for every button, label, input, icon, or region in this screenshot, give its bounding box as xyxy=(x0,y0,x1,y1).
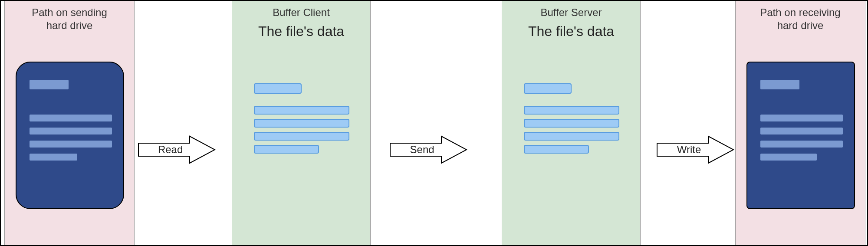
file-icon xyxy=(746,62,855,209)
column-buffer-server: Buffer Server The file's data xyxy=(502,1,641,245)
column-buffer-client: Buffer Client The file's data xyxy=(232,1,371,245)
arrow-read-label: Read xyxy=(158,144,183,156)
column-subtitle-buffer-server: The file's data xyxy=(502,22,640,47)
data-lines-icon xyxy=(254,83,349,158)
column-receiving-drive: Path on receiving hard drive xyxy=(735,1,865,245)
column-title-sending: Path on sending hard drive xyxy=(5,1,134,35)
diagram-canvas: Path on sending hard drive Read Buffer C… xyxy=(0,0,868,246)
arrow-send-label: Send xyxy=(410,144,434,156)
file-icon xyxy=(16,62,124,209)
arrow-read: Read xyxy=(138,135,216,164)
arrow-write: Write xyxy=(656,135,734,164)
arrow-send: Send xyxy=(389,135,467,164)
column-title-receiving: Path on receiving hard drive xyxy=(736,1,865,35)
column-sending-drive: Path on sending hard drive xyxy=(4,1,135,245)
column-title-buffer-client: Buffer Client xyxy=(232,1,370,22)
data-lines-icon xyxy=(524,83,619,158)
column-title-buffer-server: Buffer Server xyxy=(502,1,640,22)
column-subtitle-buffer-client: The file's data xyxy=(232,22,370,47)
arrow-write-label: Write xyxy=(677,144,701,156)
